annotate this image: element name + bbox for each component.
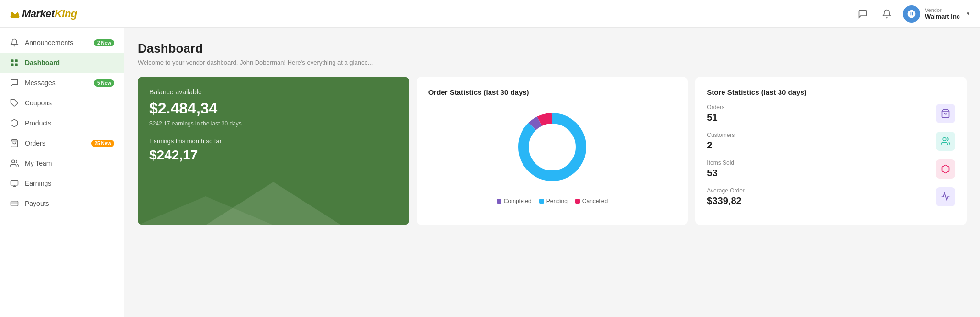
orders-icon	[10, 138, 19, 148]
logo: MarketKing	[10, 8, 77, 20]
sidebar-item-earnings[interactable]: Earnings	[0, 173, 124, 193]
sidebar-item-coupons[interactable]: Coupons	[0, 93, 124, 113]
page-title: Dashboard	[138, 41, 967, 56]
sidebar-item-myteam[interactable]: My Team	[0, 153, 124, 173]
avg-stat-icon	[936, 187, 955, 206]
stat-orders-info: Orders 51	[707, 104, 724, 123]
messages-icon	[10, 78, 19, 88]
balance-amount: $2.484,34	[149, 100, 398, 117]
myteam-label: My Team	[25, 159, 114, 167]
svg-rect-3	[15, 59, 18, 62]
svg-marker-0	[11, 12, 19, 17]
stat-customers-info: Customers 2	[707, 132, 735, 151]
bell-icon[interactable]	[879, 6, 894, 22]
completed-label: Completed	[504, 198, 532, 204]
stat-avg-value: $339,82	[707, 195, 745, 206]
orders-badge: 25 New	[91, 140, 114, 147]
vendor-info[interactable]: Vendor Walmart Inc ▼	[903, 5, 970, 23]
dashboard-icon	[10, 58, 19, 68]
items-stat-icon	[936, 159, 955, 179]
sidebar-item-orders[interactable]: Orders 25 New	[0, 133, 124, 153]
coupons-icon	[10, 98, 19, 108]
coupons-label: Coupons	[25, 99, 114, 107]
dashboard-label: Dashboard	[25, 59, 114, 67]
sidebar-item-payouts[interactable]: Payouts	[0, 193, 124, 214]
svg-rect-2	[11, 59, 13, 62]
sidebar-item-announcements[interactable]: Announcements 2 New	[0, 33, 124, 53]
store-stats-card: Store Statistics (last 30 days) Orders 5…	[695, 77, 967, 225]
order-stats-title: Order Statistics (last 30 days)	[428, 88, 529, 96]
donut-chart	[514, 109, 590, 185]
customers-stat-icon	[936, 132, 955, 151]
header: MarketKing Vendor Walmart Inc ▼	[0, 0, 980, 28]
products-label: Products	[25, 119, 114, 127]
legend-completed: Completed	[497, 198, 532, 204]
cancelled-dot	[575, 199, 580, 204]
myteam-icon	[10, 158, 19, 168]
svg-rect-12	[11, 201, 18, 206]
sidebar: Announcements 2 New Dashboard Messages 5…	[0, 28, 124, 317]
orders-stat-icon	[936, 104, 955, 123]
earnings-icon	[10, 179, 19, 188]
crown-icon	[10, 10, 20, 18]
page-subtitle: Welcome to your vendor dashboard, John D…	[138, 59, 967, 66]
stat-row-avg: Average Order $339,82	[707, 187, 955, 206]
announcements-badge: 2 New	[94, 39, 114, 46]
svg-point-16	[523, 118, 581, 176]
earnings-label: Earnings	[25, 180, 114, 187]
announcements-label: Announcements	[25, 39, 88, 46]
dashboard-grid: Balance available $2.484,34 $242,17 earn…	[138, 77, 967, 225]
donut-legend: Completed Pending Cancelled	[497, 198, 608, 204]
sidebar-item-products[interactable]: Products	[0, 113, 124, 133]
mountain-decoration	[138, 177, 409, 225]
balance-title: Balance available	[149, 88, 398, 96]
stat-items-info: Items Sold 53	[707, 159, 734, 179]
products-icon	[10, 118, 19, 128]
main-content: Dashboard Welcome to your vendor dashboa…	[124, 28, 980, 317]
payouts-label: Payouts	[25, 200, 114, 207]
completed-dot	[497, 199, 501, 204]
svg-rect-1	[11, 16, 19, 18]
svg-point-8	[12, 160, 15, 163]
chat-icon[interactable]	[855, 6, 870, 22]
legend-pending: Pending	[539, 198, 568, 204]
cancelled-label: Cancelled	[582, 198, 608, 204]
pending-label: Pending	[546, 198, 568, 204]
pending-dot	[539, 199, 544, 204]
stat-row-orders: Orders 51	[707, 104, 955, 123]
orders-label: Orders	[25, 139, 86, 147]
svg-rect-5	[15, 64, 18, 66]
sidebar-item-messages[interactable]: Messages 5 New	[0, 73, 124, 93]
bell-sidebar-icon	[10, 38, 19, 47]
stat-row-customers: Customers 2	[707, 132, 955, 151]
balance-earnings-label: Earnings this month so far	[149, 137, 398, 145]
stat-row-items: Items Sold 53	[707, 159, 955, 179]
stat-avg-label: Average Order	[707, 187, 745, 194]
logo-market-text: Market	[22, 8, 55, 20]
balance-card: Balance available $2.484,34 $242,17 earn…	[138, 77, 409, 225]
payouts-icon	[10, 199, 19, 208]
stat-avg-info: Average Order $339,82	[707, 187, 745, 206]
svg-rect-4	[11, 64, 13, 66]
vendor-label: Vendor	[925, 7, 960, 13]
legend-cancelled: Cancelled	[575, 198, 608, 204]
messages-label: Messages	[25, 79, 88, 87]
vendor-text: Vendor Walmart Inc	[925, 7, 960, 20]
stat-orders-label: Orders	[707, 104, 724, 111]
avatar	[903, 5, 920, 23]
sidebar-item-dashboard[interactable]: Dashboard	[0, 53, 124, 73]
logo-king-text: King	[55, 8, 77, 20]
balance-earnings-amount: $242,17	[149, 147, 398, 163]
header-right: Vendor Walmart Inc ▼	[855, 5, 970, 23]
stat-items-value: 53	[707, 168, 734, 179]
stat-customers-value: 2	[707, 140, 735, 151]
messages-badge: 5 New	[94, 79, 114, 87]
order-stats-card: Order Statistics (last 30 days) Com	[417, 77, 688, 225]
svg-point-20	[943, 138, 946, 141]
main-layout: Announcements 2 New Dashboard Messages 5…	[0, 28, 980, 317]
chevron-down-icon: ▼	[966, 11, 970, 16]
stat-items-label: Items Sold	[707, 159, 734, 166]
stat-orders-value: 51	[707, 112, 724, 123]
store-stats-title: Store Statistics (last 30 days)	[707, 88, 955, 96]
balance-sub: $242,17 earnings in the last 30 days	[149, 120, 398, 127]
